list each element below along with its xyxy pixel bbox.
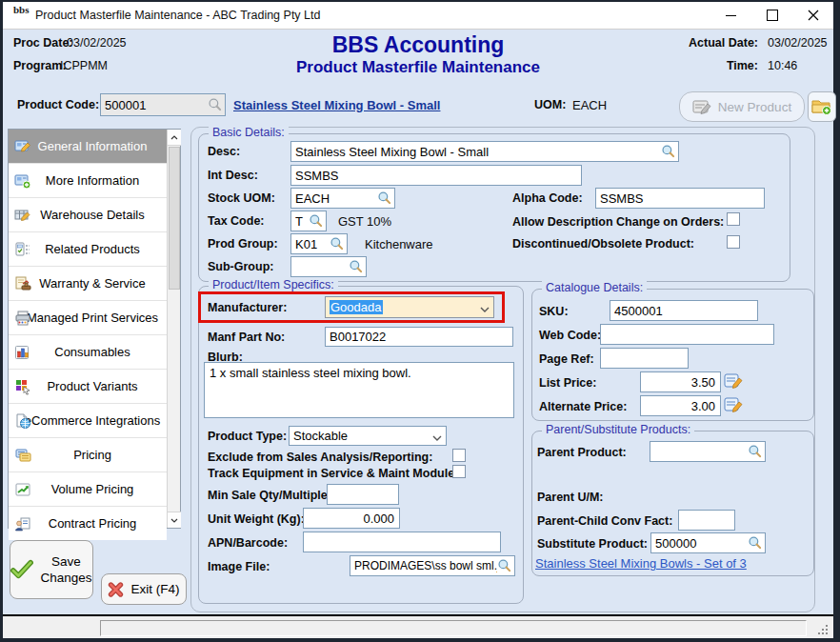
screen: bbs Product Masterfile Maintenance - ABC… xyxy=(0,0,840,642)
manf-part-no-input[interactable] xyxy=(330,330,510,344)
bar-chart-icon xyxy=(14,344,31,361)
product-code-field xyxy=(100,93,226,116)
list-price-edit-icon[interactable] xyxy=(724,372,743,393)
image-file-search-icon[interactable] xyxy=(497,558,512,573)
min-sale-qty-input[interactable] xyxy=(331,488,396,502)
tax-code-input[interactable] xyxy=(295,214,309,229)
sidebar-item-volume-pricing[interactable]: Volume Pricing xyxy=(9,472,167,507)
sku-field xyxy=(610,300,758,321)
desc-input[interactable] xyxy=(295,145,661,159)
web-code-input[interactable] xyxy=(605,328,771,342)
save-changes-button[interactable]: SaveChanges xyxy=(10,540,93,599)
chevron-down-icon xyxy=(432,428,442,445)
tax-code-search-icon[interactable] xyxy=(309,213,324,229)
page-globe-icon xyxy=(14,412,31,430)
printer-icon xyxy=(14,310,31,327)
sub-group-input[interactable] xyxy=(295,260,349,274)
apn-barcode-field xyxy=(303,532,501,552)
int-desc-field xyxy=(290,165,582,186)
sub-group-search-icon[interactable] xyxy=(349,259,364,274)
parent-product-input[interactable] xyxy=(654,445,748,459)
product-name-link[interactable]: Stainless Steel Mixing Bowl - Small xyxy=(233,98,440,112)
min-sale-qty-field xyxy=(327,484,399,505)
exit-x-icon xyxy=(108,582,124,597)
track-equipment-checkbox[interactable] xyxy=(452,465,466,478)
sidebar-item-warranty-service[interactable]: Warranty & Service xyxy=(9,267,167,301)
sidebar-item-label: Contract Pricing xyxy=(9,516,167,531)
image-file-input[interactable] xyxy=(354,559,497,572)
parent-substitute-legend: Parent/Substitute Products: xyxy=(542,423,694,436)
sub-group-field xyxy=(290,256,367,277)
substitute-product-search-icon[interactable] xyxy=(748,535,763,551)
sidebar-item-contract-pricing[interactable]: Contract Pricing xyxy=(9,507,167,540)
exclude-sales-checkbox[interactable] xyxy=(452,449,466,462)
sidebar-item-label: Pricing xyxy=(9,448,167,462)
page-ref-input[interactable] xyxy=(605,351,686,366)
actual-date-label: Actual Date: xyxy=(644,36,758,50)
allow-desc-change-checkbox[interactable] xyxy=(727,212,740,226)
substitute-product-link[interactable]: Stainless Steel Mixing Bowls - Set of 3 xyxy=(535,556,747,571)
apn-barcode-input[interactable] xyxy=(308,535,498,550)
exit-button[interactable]: Exit (F4) xyxy=(101,573,187,605)
status-bar xyxy=(3,616,833,638)
open-folder-button[interactable] xyxy=(808,91,836,122)
uom-label: UOM: xyxy=(534,98,566,111)
stock-uom-search-icon[interactable] xyxy=(377,191,392,206)
substitute-product-input[interactable] xyxy=(655,536,748,551)
parent-product-search-icon[interactable] xyxy=(748,444,763,459)
sidebar-item-related-products[interactable]: Related Products xyxy=(9,232,167,267)
scroll-up-button[interactable] xyxy=(168,130,181,146)
product-code-label: Product Code: xyxy=(17,98,99,111)
sku-input[interactable] xyxy=(614,304,755,318)
sidebar-item-label: Related Products xyxy=(9,242,167,256)
prod-group-label: Prod Group: xyxy=(208,237,278,251)
sub-group-label: Sub-Group: xyxy=(208,260,273,273)
alternate-price-edit-icon[interactable] xyxy=(724,396,743,417)
scrollbar-thumb[interactable] xyxy=(169,147,180,290)
minimize-button[interactable] xyxy=(710,2,751,29)
prod-group-desc: Kitchenware xyxy=(365,237,433,251)
sidebar: General Information More Information War… xyxy=(8,129,181,529)
new-product-icon xyxy=(692,99,711,114)
sidebar-item-pricing[interactable]: Pricing xyxy=(9,438,167,472)
sidebar-item-more-information[interactable]: More Information xyxy=(9,164,167,198)
prod-group-search-icon[interactable] xyxy=(330,236,345,251)
manf-part-no-label: Manf Part No: xyxy=(208,331,285,344)
sidebar-item-general-information[interactable]: General Information xyxy=(9,130,167,164)
parent-product-label: Parent Product: xyxy=(537,446,627,459)
close-button[interactable] xyxy=(792,2,833,29)
new-product-label: New Product xyxy=(718,99,791,115)
alpha-code-input[interactable] xyxy=(600,191,762,206)
product-type-select[interactable]: Stockable xyxy=(289,426,447,446)
list-price-input[interactable] xyxy=(645,375,718,390)
unit-weight-input[interactable] xyxy=(308,512,397,526)
stock-uom-input[interactable] xyxy=(295,191,377,206)
unit-weight-field xyxy=(303,508,400,529)
discontinued-checkbox[interactable] xyxy=(727,235,740,249)
int-desc-input[interactable] xyxy=(295,169,579,183)
sidebar-item-label: Consumables xyxy=(9,345,167,359)
sidebar-scrollbar[interactable] xyxy=(167,130,180,528)
price-cards-icon xyxy=(14,447,31,464)
blurb-textarea[interactable]: 1 x small stainless steel mixing bowl. xyxy=(204,362,514,418)
parent-um-label: Parent U/M: xyxy=(537,491,603,504)
maximize-button[interactable] xyxy=(751,2,792,29)
catalogue-details-legend: Catalogue Details: xyxy=(542,281,647,294)
alternate-price-input[interactable] xyxy=(645,399,718,413)
product-type-label: Product Type: xyxy=(208,430,287,443)
sidebar-item-ecommerce-integrations[interactable]: eCommerce Integrations xyxy=(9,404,167,438)
prod-group-input[interactable] xyxy=(295,237,330,251)
card-plus-icon xyxy=(14,172,31,190)
sidebar-item-managed-print-services[interactable]: Managed Print Services xyxy=(9,301,167,335)
sidebar-item-consumables[interactable]: Consumables xyxy=(9,335,167,370)
manufacturer-select[interactable]: Goodada xyxy=(325,296,494,318)
sidebar-item-product-variants[interactable]: Product Variants xyxy=(9,370,167,404)
close-icon xyxy=(808,10,819,21)
product-code-search-icon[interactable] xyxy=(208,97,223,112)
scroll-down-button[interactable] xyxy=(168,512,181,528)
sidebar-item-warehouse-details[interactable]: Warehouse Details xyxy=(9,198,167,232)
desc-search-icon[interactable] xyxy=(661,144,676,159)
parent-child-conv-input[interactable] xyxy=(683,513,732,528)
resize-grip[interactable] xyxy=(816,623,828,634)
product-code-input[interactable] xyxy=(105,98,208,112)
